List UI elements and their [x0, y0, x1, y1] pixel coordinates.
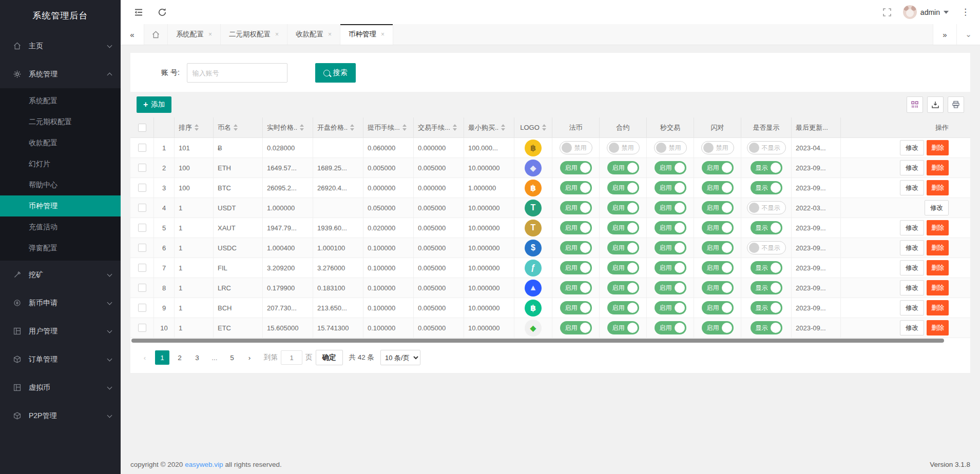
- page-size-select[interactable]: 10 条/页: [380, 350, 420, 365]
- delete-button[interactable]: 删除: [927, 320, 949, 335]
- delete-button[interactable]: 删除: [927, 180, 949, 195]
- toggle-on[interactable]: 启用: [702, 221, 734, 234]
- edit-button[interactable]: 修改: [900, 300, 924, 315]
- toggle-on[interactable]: 启用: [702, 181, 734, 194]
- tab-系统配置[interactable]: 系统配置×: [168, 24, 221, 45]
- toggle-on[interactable]: 启用: [702, 241, 734, 254]
- edit-button[interactable]: 修改: [925, 200, 949, 215]
- toggle-on[interactable]: 启用: [607, 201, 639, 214]
- print-button[interactable]: [948, 96, 964, 113]
- sidebar-item-挖矿[interactable]: 挖矿: [0, 261, 121, 289]
- delete-button[interactable]: 删除: [927, 300, 949, 315]
- delete-button[interactable]: 删除: [927, 220, 949, 235]
- delete-button[interactable]: 删除: [927, 240, 949, 255]
- close-icon[interactable]: ×: [381, 31, 385, 38]
- close-icon[interactable]: ×: [275, 31, 279, 38]
- toggle-on[interactable]: 启用: [607, 261, 639, 274]
- toggle-off[interactable]: 禁用: [654, 141, 687, 154]
- toggle-on[interactable]: 启用: [560, 241, 592, 254]
- sidebar-item-订单管理[interactable]: 订单管理: [0, 345, 121, 373]
- toggle-on[interactable]: 启用: [560, 201, 592, 214]
- page-button-5[interactable]: 5: [225, 350, 239, 365]
- row-checkbox[interactable]: [138, 264, 146, 272]
- toggle-on[interactable]: 启用: [560, 261, 592, 274]
- toggle-on[interactable]: 启用: [655, 201, 686, 214]
- row-checkbox[interactable]: [138, 164, 146, 172]
- user-menu[interactable]: admin: [903, 5, 949, 19]
- collapse-sidebar-icon[interactable]: [133, 7, 144, 18]
- toggle-on[interactable]: 启用: [702, 261, 734, 274]
- toggle-on[interactable]: 启用: [607, 301, 639, 314]
- home-tab[interactable]: [144, 24, 168, 45]
- toggle-on[interactable]: 显示: [751, 181, 782, 194]
- page-button-1[interactable]: 1: [155, 350, 169, 365]
- close-icon[interactable]: ×: [208, 31, 212, 38]
- columns-filter-button[interactable]: [907, 96, 923, 113]
- toggle-on[interactable]: 启用: [607, 181, 639, 194]
- add-button[interactable]: + 添加: [137, 96, 171, 113]
- toggle-off[interactable]: 禁用: [607, 141, 640, 154]
- fullscreen-icon[interactable]: [881, 7, 893, 18]
- tabs-scroll-right-button[interactable]: »: [933, 24, 956, 45]
- refresh-icon[interactable]: [157, 7, 168, 18]
- toggle-on[interactable]: 启用: [655, 281, 686, 294]
- row-checkbox[interactable]: [138, 284, 146, 292]
- sidebar-item-系统管理[interactable]: 系统管理: [0, 60, 121, 88]
- sidebar-subitem-弹窗配置[interactable]: 弹窗配置: [0, 238, 121, 259]
- toggle-on[interactable]: 启用: [607, 221, 639, 234]
- sidebar-item-新币申请[interactable]: 新币申请: [0, 289, 121, 317]
- edit-button[interactable]: 修改: [900, 140, 924, 155]
- sidebar-item-主页[interactable]: 主页: [0, 32, 121, 60]
- edit-button[interactable]: 修改: [900, 320, 924, 335]
- close-icon[interactable]: ×: [328, 31, 332, 38]
- horizontal-scrollbar[interactable]: [130, 338, 970, 343]
- page-button-3[interactable]: 3: [190, 350, 204, 365]
- row-checkbox[interactable]: [138, 324, 146, 332]
- toggle-on[interactable]: 启用: [702, 301, 734, 314]
- delete-button[interactable]: 删除: [927, 160, 949, 175]
- row-checkbox[interactable]: [138, 244, 146, 252]
- toggle-on[interactable]: 启用: [655, 321, 686, 334]
- sidebar-subitem-二元期权配置[interactable]: 二元期权配置: [0, 111, 121, 132]
- toggle-on[interactable]: 启用: [560, 301, 592, 314]
- sidebar-subitem-收款配置[interactable]: 收款配置: [0, 132, 121, 153]
- toggle-off[interactable]: 禁用: [560, 141, 592, 154]
- sidebar-item-虚拟币[interactable]: 虚拟币: [0, 373, 121, 402]
- toggle-off[interactable]: 不显示: [747, 141, 786, 154]
- tab-收款配置[interactable]: 收款配置×: [287, 24, 340, 45]
- select-all-checkbox[interactable]: [138, 124, 146, 132]
- toggle-on[interactable]: 启用: [702, 161, 734, 174]
- toggle-on[interactable]: 启用: [607, 321, 639, 334]
- sort-icon[interactable]: [195, 124, 199, 131]
- sidebar-subitem-币种管理[interactable]: 币种管理: [0, 195, 121, 216]
- confirm-button[interactable]: 确定: [316, 350, 343, 365]
- delete-button[interactable]: 删除: [927, 280, 949, 295]
- row-checkbox[interactable]: [138, 144, 146, 152]
- tabs-scroll-left-button[interactable]: «: [121, 24, 144, 45]
- sidebar-subitem-幻灯片[interactable]: 幻灯片: [0, 153, 121, 174]
- toggle-on[interactable]: 启用: [655, 221, 686, 234]
- toggle-on[interactable]: 显示: [751, 321, 782, 334]
- row-checkbox[interactable]: [138, 224, 146, 232]
- edit-button[interactable]: 修改: [900, 160, 924, 175]
- toggle-on[interactable]: 启用: [607, 281, 639, 294]
- toggle-on[interactable]: 显示: [751, 221, 782, 234]
- prev-page-button[interactable]: ‹: [138, 350, 152, 365]
- page-button-2[interactable]: 2: [172, 350, 187, 365]
- toggle-on[interactable]: 启用: [655, 261, 686, 274]
- toggle-on[interactable]: 启用: [702, 201, 734, 214]
- toggle-on[interactable]: 启用: [560, 321, 592, 334]
- sort-icon[interactable]: [402, 124, 407, 131]
- row-checkbox[interactable]: [138, 184, 146, 192]
- sidebar-item-用户管理[interactable]: 用户管理: [0, 317, 121, 345]
- tab-币种管理[interactable]: 币种管理×: [340, 24, 393, 45]
- toggle-on[interactable]: 启用: [655, 301, 686, 314]
- toggle-on[interactable]: 显示: [751, 281, 782, 294]
- account-input[interactable]: [187, 63, 287, 83]
- toggle-on[interactable]: 启用: [560, 181, 592, 194]
- row-checkbox[interactable]: [138, 204, 146, 212]
- toggle-off[interactable]: 不显示: [747, 201, 786, 214]
- sort-icon[interactable]: [300, 124, 304, 131]
- edit-button[interactable]: 修改: [900, 260, 924, 275]
- delete-button[interactable]: 删除: [927, 260, 949, 275]
